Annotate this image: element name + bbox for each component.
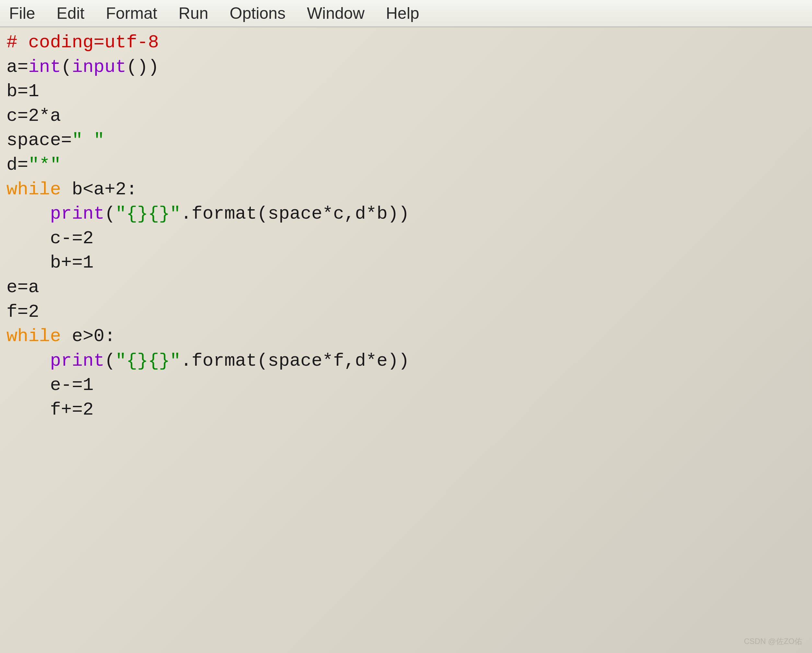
code-string: "{}{}" [115,203,181,224]
code-text: b+=1 [6,252,94,273]
code-text: a [6,57,17,78]
code-builtin: int [28,57,61,78]
code-text: c=2*a [6,105,61,126]
watermark: CSDN @佐ZO佑 [744,636,802,647]
code-comment: # coding=utf-8 [6,32,159,53]
code-builtin: print [50,351,104,371]
code-string: " " [72,130,105,151]
code-text: space= [6,130,72,151]
code-text: e=a [6,277,39,298]
menu-file[interactable]: File [6,3,38,24]
code-builtin: print [50,203,104,224]
code-text: ( [61,57,72,78]
code-indent [6,351,50,371]
code-text: .format(space*c,d*b)) [181,203,409,224]
code-string: "*" [28,154,61,175]
code-text: f+=2 [6,400,94,420]
code-indent [6,203,50,224]
code-editor[interactable]: # coding=utf-8 a=int(input()) b=1 c=2*a … [0,27,812,426]
code-text: .format(space*f,d*e)) [181,351,409,371]
menu-run[interactable]: Run [176,3,211,24]
code-text: e>0: [61,326,115,346]
menu-edit[interactable]: Edit [54,3,87,24]
menu-help[interactable]: Help [383,3,422,24]
code-text: f=2 [6,302,39,322]
menubar: File Edit Format Run Options Window Help [0,0,812,27]
code-text: c-=2 [6,228,94,249]
code-keyword: while [6,326,61,346]
code-text: d= [6,154,28,175]
code-text: ) [148,57,159,78]
code-text: e-=1 [6,375,94,395]
code-keyword: while [6,179,61,200]
menu-format[interactable]: Format [103,3,160,24]
code-text: ( [104,351,115,371]
code-text: ( [104,203,115,224]
code-builtin: input [72,57,127,78]
code-string: "{}{}" [115,351,181,371]
code-text: b=1 [6,81,39,102]
menu-options[interactable]: Options [227,3,288,24]
code-text: () [127,57,148,78]
menu-window[interactable]: Window [304,3,367,24]
code-text: = [17,57,29,78]
code-text: b<a+2: [61,179,137,200]
